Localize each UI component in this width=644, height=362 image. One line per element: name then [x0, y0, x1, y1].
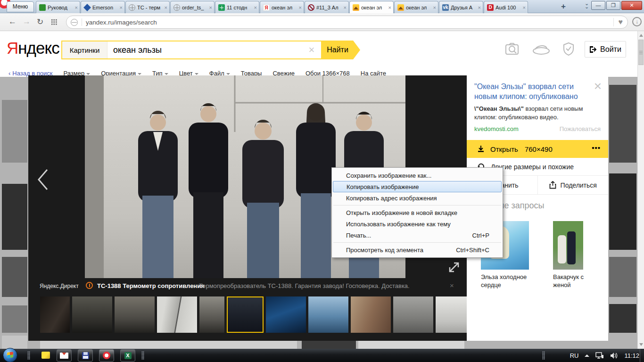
window-restore-button[interactable]: ❐: [606, 1, 620, 10]
tab-close-icon[interactable]: ×: [477, 5, 481, 10]
panel-close-icon[interactable]: ×: [594, 80, 602, 92]
related-query-card[interactable]: Вакарчук с женой: [553, 221, 591, 289]
menu-item-copy-image[interactable]: Копировать изображение: [333, 181, 502, 192]
menu-item-use-image-as-theme[interactable]: Использовать изображение как тему: [333, 218, 502, 230]
tab-close-icon[interactable]: ×: [74, 5, 78, 10]
source-site-link[interactable]: kvedomosti.com: [474, 125, 519, 132]
menu-item-save-image-as[interactable]: Сохранить изображение как...: [333, 170, 502, 181]
thumbnail[interactable]: [351, 296, 391, 333]
window-minimize-button[interactable]: —: [591, 1, 605, 10]
thumbnail[interactable]: [157, 296, 197, 333]
ad-title-link[interactable]: ТС-1388 Термометр сопротивления: [97, 282, 205, 289]
search-scope-label[interactable]: Картинки: [62, 41, 107, 58]
thumbnail[interactable]: [266, 296, 306, 333]
thumbnail[interactable]: [393, 296, 433, 333]
scrollbar-thumb[interactable]: [638, 40, 644, 65]
tab-strip: Руковод × Emerson × ТС - терм × order_ts…: [36, 1, 528, 13]
window-close-button[interactable]: ✕: [621, 1, 642, 10]
fullscreen-expand-icon[interactable]: [447, 260, 461, 274]
tab-close-icon[interactable]: ×: [521, 5, 526, 10]
tab-rukovod[interactable]: Руковод ×: [36, 1, 80, 13]
search-input[interactable]: океан эльзы: [107, 41, 302, 58]
menu-item-print[interactable]: Печать... Ctrl+P: [333, 230, 502, 241]
scroll-up-icon[interactable]: [639, 34, 643, 37]
yandex-logo[interactable]: Яндекс: [7, 39, 59, 58]
more-options-icon[interactable]: •••: [592, 144, 601, 152]
taskbar-save-button[interactable]: [78, 349, 93, 362]
tab-list-button[interactable]: ⌄⌄: [585, 2, 588, 11]
tab-close-icon[interactable]: ×: [387, 5, 391, 10]
taskbar-clock[interactable]: 11:12: [624, 352, 639, 359]
tab-close-icon[interactable]: ×: [297, 5, 302, 10]
thumbnail[interactable]: [40, 296, 70, 333]
url-text[interactable]: yandex.ru/images/search: [86, 19, 613, 26]
hidden-icons-arrow[interactable]: [585, 354, 589, 357]
scroll-down-icon[interactable]: [639, 343, 643, 346]
clear-search-icon[interactable]: ×: [302, 41, 321, 58]
bookmark-heart-icon[interactable]: ♥: [613, 18, 623, 26]
menu-item-open-image-new-tab[interactable]: Открыть изображение в новой вкладке: [333, 207, 502, 218]
volume-icon[interactable]: [610, 352, 618, 359]
browser-menu-button[interactable]: Меню: [7, 1, 34, 12]
start-button[interactable]: [3, 348, 17, 362]
windows-taskbar: X RU 11:12: [0, 349, 644, 362]
tab-okean-search[interactable]: Я океан эл ×: [260, 1, 304, 13]
quick-launch-icon[interactable]: [41, 352, 50, 359]
tab-audi-100[interactable]: D Audi 100 ×: [484, 1, 528, 13]
report-link[interactable]: Пожаловаться: [560, 125, 601, 132]
tab-close-icon[interactable]: ×: [342, 5, 347, 10]
taskbar-opera-button[interactable]: [99, 349, 114, 362]
menu-item-inspect-element[interactable]: Просмотреть код элемента Ctrl+Shift+C: [333, 244, 502, 255]
open-image-button[interactable]: Открыть 760×490 •••: [467, 140, 608, 158]
show-desktop-button[interactable]: [640, 349, 644, 362]
thumbnail[interactable]: [308, 296, 348, 333]
thumbnail[interactable]: [72, 296, 112, 333]
network-icon[interactable]: [595, 352, 604, 359]
menu-separator: [333, 205, 501, 206]
tab-okean-images-active[interactable]: океан эл ×: [349, 1, 394, 13]
tab-tc-term[interactable]: ТС - терм ×: [125, 1, 170, 13]
dimmed-thumbnail: [609, 85, 636, 163]
search-submit-button[interactable]: Найти: [322, 41, 353, 59]
back-button[interactable]: ←: [8, 17, 17, 26]
yandex-images-favicon-icon: [397, 4, 404, 11]
speed-dial-icon[interactable]: [51, 19, 57, 25]
site-security-icon[interactable]: [71, 19, 78, 26]
previous-image-chevron-icon[interactable]: [35, 168, 52, 191]
tab-emerson[interactable]: Emerson ×: [81, 1, 125, 13]
tab-close-icon[interactable]: ×: [208, 5, 212, 10]
downloads-icon[interactable]: ↓: [632, 17, 642, 26]
tab-11-stodn[interactable]: 11 стодн ×: [215, 1, 259, 13]
safe-search-shield-icon[interactable]: [563, 42, 574, 56]
tab-close-icon[interactable]: ×: [118, 5, 123, 10]
tab-order-ts[interactable]: order_ts_ ×: [170, 1, 215, 13]
thumbnail-selected[interactable]: [227, 296, 264, 333]
page-scrollbar[interactable]: [637, 31, 644, 349]
tab-11-3[interactable]: #11_3 Ал ×: [305, 1, 349, 13]
thumbnail[interactable]: [436, 296, 467, 333]
login-button[interactable]: Войти: [585, 41, 626, 58]
search-by-image-icon[interactable]: [505, 43, 520, 55]
thumbnail[interactable]: [199, 296, 224, 333]
yandex-disk-cloud-icon[interactable]: [532, 43, 551, 55]
forward-button[interactable]: →: [23, 17, 31, 26]
tab-okean-images-2[interactable]: океан эл ×: [394, 1, 438, 13]
windows-flag-icon: [7, 352, 13, 358]
share-button[interactable]: Поделиться: [537, 176, 609, 194]
image-title-link[interactable]: "Океан Эльзы" взорвал сети новым клипом:…: [474, 82, 589, 101]
tab-vk-friends[interactable]: vk Друзья А ×: [439, 1, 483, 13]
thumbnail[interactable]: [115, 296, 155, 333]
related-image-vakarchuk[interactable]: [553, 221, 583, 270]
tab-close-icon[interactable]: ×: [163, 5, 167, 10]
reload-button[interactable]: ↻: [37, 17, 43, 27]
taskbar-excel-button[interactable]: X: [120, 349, 135, 362]
menu-item-copy-image-address[interactable]: Копировать адрес изображения: [333, 192, 502, 204]
new-tab-button[interactable]: +: [561, 2, 566, 11]
tab-close-icon[interactable]: ×: [432, 5, 436, 10]
browser-tab-bar: Меню Руковод × Emerson × ТС - терм × ord…: [0, 0, 644, 13]
taskbar-mail-button[interactable]: [57, 349, 72, 362]
language-indicator[interactable]: RU: [570, 352, 579, 359]
address-bar[interactable]: yandex.ru/images/search ♥: [66, 16, 628, 29]
ad-close-icon[interactable]: ×: [450, 281, 454, 289]
tab-close-icon[interactable]: ×: [253, 5, 257, 10]
